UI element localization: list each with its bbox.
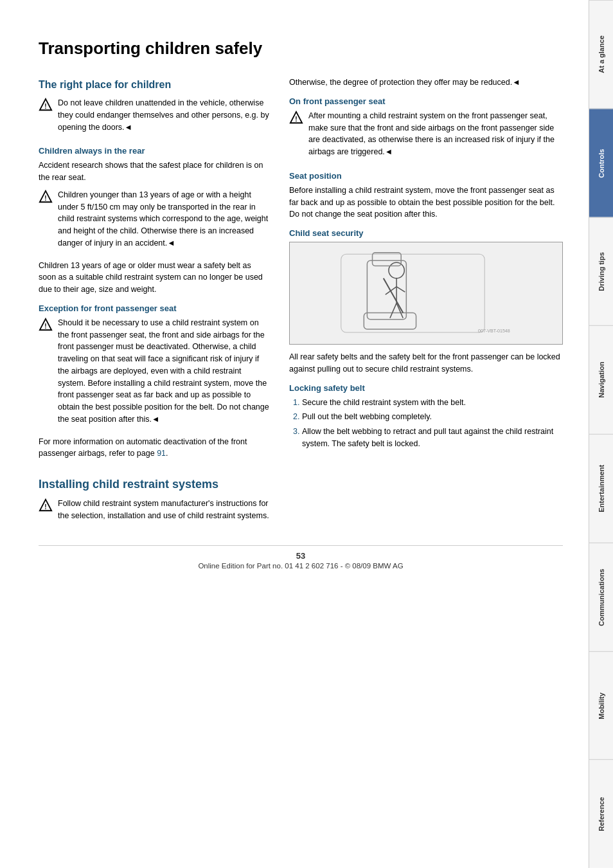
warning-block-1: ! Do not leave children unattended in th… (39, 97, 270, 138)
col-right-body1: Otherwise, the degree of protection they… (289, 77, 563, 89)
step-3-text: Allow the belt webbing to retract and pu… (302, 427, 553, 448)
svg-rect-10 (368, 260, 407, 319)
section1-title: The right place for children (39, 79, 270, 91)
tab-driving-tips[interactable]: Driving tips (589, 217, 613, 326)
child-seat-security-body: All rear safety belts and the safety bel… (289, 351, 563, 375)
tab-at-a-glance[interactable]: At a glance (589, 0, 613, 109)
svg-line-18 (384, 278, 403, 313)
tab-communications[interactable]: Communications (589, 543, 613, 651)
page-footer: 53 Online Edition for Part no. 01 41 2 6… (39, 545, 563, 570)
tab-reference[interactable]: Reference (589, 759, 613, 868)
warning-icon-1: ! (39, 98, 53, 112)
child-seat-image: 007-VBT-01548 (289, 242, 563, 345)
page-container: Transporting children safely The right p… (0, 0, 613, 868)
subsection1-title: Children always in the rear (39, 146, 270, 156)
step-1-text: Secure the child restraint system with t… (302, 398, 466, 407)
svg-line-15 (396, 287, 405, 292)
list-item: Secure the child restraint system with t… (302, 397, 563, 409)
subsection2-body3: For more information on automatic deacti… (39, 436, 270, 460)
on-front-passenger-title: On front passenger seat (289, 96, 563, 106)
tab-navigation[interactable]: Navigation (589, 325, 613, 434)
subsection1-body2: Children 13 years of age or older must w… (39, 260, 270, 296)
svg-rect-11 (364, 312, 416, 329)
svg-rect-19 (341, 254, 484, 332)
warning-icon-front: ! (289, 111, 303, 125)
svg-rect-20 (373, 253, 402, 266)
warning-text-3: Should it be necessary to use a child re… (58, 317, 270, 426)
tab-entertainment[interactable]: Entertainment (589, 434, 613, 543)
seat-position-title: Seat position (289, 171, 563, 181)
warning-text-2: Children younger than 13 years of age or… (58, 189, 270, 249)
locking-steps-list: Secure the child restraint system with t… (289, 397, 563, 450)
seat-position-body: Before installing a child restraint syst… (289, 185, 563, 221)
list-item: Allow the belt webbing to retract and pu… (302, 426, 563, 450)
warning-icon-4: ! (39, 498, 53, 512)
svg-text:!: ! (44, 194, 46, 201)
locking-safety-belt-title: Locking safety belt (289, 383, 563, 393)
section2-title: Installing child restraint systems (39, 478, 270, 491)
copyright-text: Online Edition for Part no. 01 41 2 602 … (198, 562, 403, 570)
two-column-layout: The right place for children ! Do not le… (39, 77, 563, 532)
subsection2-title: Exception for front passenger seat (39, 303, 270, 313)
warning-text-1: Do not leave children unattended in the … (58, 97, 270, 133)
warning-block-2: ! Children younger than 13 years of age … (39, 189, 270, 255)
warning-icon-3: ! (39, 318, 53, 332)
warning-icon-2: ! (39, 190, 53, 204)
right-tabs: At a glance Controls Driving tips Naviga… (589, 0, 613, 868)
svg-text:!: ! (44, 103, 46, 110)
warning-block-4: ! Follow child restraint system manufact… (39, 498, 270, 527)
warning-block-front: ! After mounting a child restraint syste… (289, 110, 563, 163)
svg-text:007-VBT-01548: 007-VBT-01548 (478, 329, 510, 334)
page-number: 53 (39, 551, 563, 561)
warning-block-3: ! Should it be necessary to use a child … (39, 317, 270, 431)
subsection1-body1: Accident research shows that the safest … (39, 159, 270, 184)
right-column: Otherwise, the degree of protection they… (289, 77, 563, 532)
svg-text:!: ! (44, 322, 46, 329)
svg-text:!: ! (44, 503, 46, 511)
warning-text-front: After mounting a child restraint system … (308, 110, 563, 158)
main-content: Transporting children safely The right p… (0, 0, 589, 868)
warning-text-4: Follow child restraint system manufactur… (58, 498, 270, 522)
page-ref-link[interactable]: 91 (157, 449, 166, 458)
svg-line-16 (390, 303, 396, 318)
page-title: Transporting children safely (39, 39, 563, 59)
child-seat-security-title: Child seat security (289, 228, 563, 238)
tab-controls[interactable]: Controls (589, 109, 613, 217)
svg-point-12 (389, 262, 404, 278)
list-item: Pull out the belt webbing completely. (302, 411, 563, 423)
step-2-text: Pull out the belt webbing completely. (302, 412, 432, 421)
svg-text:!: ! (295, 115, 297, 122)
left-column: The right place for children ! Do not le… (39, 77, 270, 532)
tab-mobility[interactable]: Mobility (589, 651, 613, 760)
